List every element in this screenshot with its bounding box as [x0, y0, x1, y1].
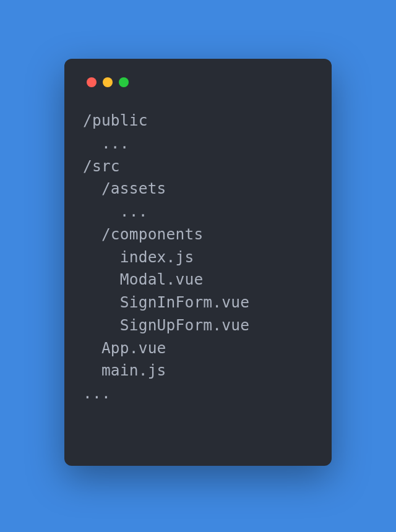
tree-line: /assets	[83, 178, 313, 200]
tree-line: main.js	[83, 359, 313, 382]
maximize-icon[interactable]	[119, 77, 129, 87]
close-icon[interactable]	[87, 77, 97, 87]
tree-line: Modal.vue	[83, 268, 313, 291]
tree-line: /public	[83, 109, 313, 132]
tree-line: /components	[83, 223, 313, 246]
window-controls	[87, 77, 313, 87]
tree-line: /src	[83, 155, 313, 178]
tree-line: ...	[83, 382, 313, 405]
tree-line: App.vue	[83, 337, 313, 360]
tree-line: ...	[83, 200, 313, 223]
tree-line: index.js	[83, 246, 313, 269]
tree-line: ...	[83, 132, 313, 155]
tree-line: SignUpForm.vue	[83, 314, 313, 337]
tree-line: SignInForm.vue	[83, 291, 313, 314]
file-tree: /public .../src /assets ... /components …	[83, 109, 313, 405]
minimize-icon[interactable]	[103, 77, 113, 87]
terminal-window: /public .../src /assets ... /components …	[64, 59, 332, 466]
